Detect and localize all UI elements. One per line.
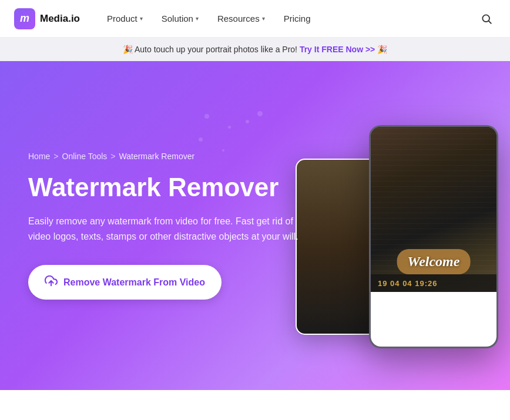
phone-video-screen: Welcome 19 04 04 19:26 (371, 127, 496, 292)
svg-line-1 (489, 21, 492, 23)
nav-resources-chevron: ▾ (262, 15, 265, 22)
promo-text: Auto touch up your portrait photos like … (135, 45, 297, 54)
breadcrumb-home[interactable]: Home (28, 152, 50, 161)
svg-point-0 (482, 15, 489, 22)
logo-link[interactable]: m Media.io (14, 8, 80, 29)
nav-solution-label: Solution (162, 14, 193, 23)
breadcrumb-sep-2: > (110, 152, 115, 161)
hero-description: Easily remove any watermark from video f… (28, 214, 310, 244)
phone-bottom-area (371, 292, 496, 347)
hero-section: Home > Online Tools > Watermark Remover … (0, 61, 510, 390)
remove-watermark-button[interactable]: Remove Watermark From Video (28, 265, 222, 300)
nav-item-solution[interactable]: Solution ▾ (153, 9, 207, 28)
upload-cloud-icon (45, 274, 58, 290)
nav-resources-label: Resources (217, 14, 260, 23)
nav-product-chevron: ▾ (140, 15, 143, 22)
promo-emoji-right: 🎉 (377, 45, 387, 54)
promo-emoji-left: 🎉 (123, 45, 133, 54)
breadcrumb-online-tools[interactable]: Online Tools (62, 152, 108, 161)
search-button[interactable] (477, 9, 496, 28)
phone-mockup-front: Welcome 19 04 04 19:26 (369, 125, 498, 348)
navbar: m Media.io Product ▾ Solution ▾ Resource… (0, 0, 510, 38)
breadcrumb: Home > Online Tools > Watermark Remover (28, 152, 310, 161)
hero-title: Watermark Remover (28, 173, 310, 203)
deco-dot-1 (204, 114, 209, 119)
breadcrumb-sep-1: > (53, 152, 58, 161)
deco-dot-4 (246, 120, 249, 123)
logo-text: Media.io (40, 13, 80, 25)
nav-product-label: Product (107, 14, 137, 23)
deco-dot-6 (257, 111, 263, 116)
promo-cta[interactable]: Try It FREE Now >> (300, 45, 375, 54)
logo-icon: m (14, 8, 35, 29)
watermark-text: Welcome (408, 254, 460, 269)
deco-dot-3 (199, 137, 203, 142)
cta-button-label: Remove Watermark From Video (63, 277, 205, 288)
promo-banner: 🎉 Auto touch up your portrait photos lik… (0, 38, 510, 61)
nav-solution-chevron: ▾ (196, 15, 199, 22)
nav-item-product[interactable]: Product ▾ (99, 9, 151, 28)
nav-item-resources[interactable]: Resources ▾ (209, 9, 273, 28)
deco-dot-2 (228, 126, 231, 129)
timestamp-bar: 19 04 04 19:26 (371, 274, 496, 292)
video-watermark: Welcome (397, 249, 471, 274)
timestamp-text: 19 04 04 19:26 (378, 279, 437, 288)
nav-items: Product ▾ Solution ▾ Resources ▾ Pricing (99, 9, 477, 28)
breadcrumb-current: Watermark Remover (119, 152, 195, 161)
hero-content: Home > Online Tools > Watermark Remover … (28, 152, 310, 300)
nav-item-pricing[interactable]: Pricing (276, 9, 319, 28)
